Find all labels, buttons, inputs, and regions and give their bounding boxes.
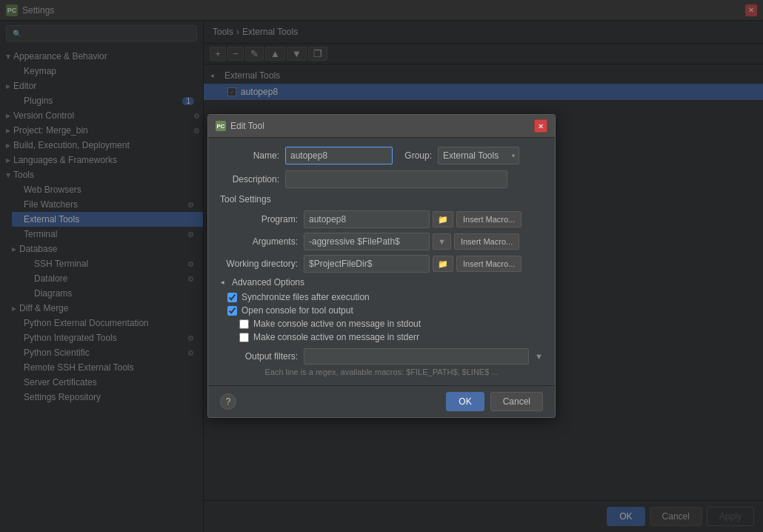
tool-settings-title: Tool Settings (220, 194, 543, 205)
help-button[interactable]: ? (220, 393, 236, 410)
advanced-expand-arrow: ▼ (219, 279, 226, 285)
dialog-title-bar: PC Edit Tool ✕ (208, 115, 555, 138)
make-active-stdout-checkbox[interactable] (239, 319, 249, 329)
arguments-input-group: ▼ Insert Macro... (304, 233, 519, 250)
program-folder-button[interactable]: 📁 (433, 211, 453, 227)
program-row: Program: 📁 Insert Macro... (220, 210, 543, 228)
make-active-stderr-checkbox[interactable] (239, 333, 249, 342)
working-dir-input-group: 📁 Insert Macro... (304, 255, 522, 273)
group-select-wrapper: External Tools ▼ (438, 147, 519, 164)
arguments-arrow-button[interactable]: ▼ (433, 233, 451, 250)
sync-files-label: Synchronize files after execution (241, 292, 370, 302)
advanced-section: ▼ Advanced Options Synchronize files aft… (220, 277, 543, 376)
modal-overlay: PC Edit Tool ✕ Name: Group: External Too… (0, 0, 763, 532)
output-filters-row: Output filters: ▼ (220, 348, 543, 365)
program-input-group: 📁 Insert Macro... (304, 210, 522, 228)
open-console-row: Open console for tool output (220, 305, 543, 316)
arguments-macro-button[interactable]: Insert Macro... (454, 233, 519, 250)
output-filters-label: Output filters: (220, 351, 298, 362)
group-label: Group: (399, 150, 432, 161)
program-input[interactable] (304, 210, 430, 228)
sync-files-row: Synchronize files after execution (220, 292, 543, 302)
dialog-icon: PC (216, 121, 226, 131)
description-label: Description: (220, 174, 279, 184)
working-dir-input[interactable] (304, 255, 430, 273)
hint-text: Each line is a regex, available macros: … (220, 368, 543, 376)
name-group-row: Name: Group: External Tools ▼ (220, 147, 543, 164)
open-console-label: Open console for tool output (241, 305, 353, 316)
working-dir-label: Working directory: (220, 259, 298, 269)
make-active-stderr-label: Make console active on message in stderr (253, 332, 419, 342)
dialog-title: Edit Tool (230, 121, 264, 131)
program-label: Program: (220, 214, 298, 225)
dialog-body: Name: Group: External Tools ▼ Descriptio… (208, 138, 555, 385)
dialog-close-button[interactable]: ✕ (534, 119, 547, 133)
working-dir-macro-button[interactable]: Insert Macro... (456, 256, 522, 272)
arguments-row: Arguments: ▼ Insert Macro... (220, 233, 543, 250)
name-label: Name: (220, 150, 279, 161)
edit-tool-dialog: PC Edit Tool ✕ Name: Group: External Too… (207, 114, 556, 418)
advanced-header[interactable]: ▼ Advanced Options (220, 277, 543, 287)
output-filters-button[interactable]: ▼ (535, 352, 543, 361)
arguments-label: Arguments: (220, 236, 298, 247)
make-active-stderr-row: Make console active on message in stderr (220, 332, 543, 342)
open-console-checkbox[interactable] (227, 306, 237, 316)
description-row: Description: (220, 170, 543, 188)
group-select[interactable]: External Tools (438, 147, 519, 164)
settings-window: PC Settings ✕ 🔍 ▶ Appearance & Behavior … (0, 0, 763, 532)
make-active-stdout-label: Make console active on message in stdout (253, 319, 421, 329)
dialog-ok-button[interactable]: OK (446, 392, 484, 411)
name-input[interactable] (285, 147, 393, 164)
program-macro-button[interactable]: Insert Macro... (456, 211, 522, 227)
description-input[interactable] (285, 170, 507, 188)
advanced-title: Advanced Options (232, 277, 304, 287)
working-dir-folder-button[interactable]: 📁 (433, 256, 453, 272)
dialog-footer: ? OK Cancel (208, 385, 555, 417)
working-dir-row: Working directory: 📁 Insert Macro... (220, 255, 543, 273)
output-filters-input[interactable] (304, 348, 529, 365)
sync-files-checkbox[interactable] (227, 293, 237, 302)
make-active-stdout-row: Make console active on message in stdout (220, 319, 543, 329)
dialog-cancel-button[interactable]: Cancel (490, 392, 543, 411)
arguments-input[interactable] (304, 233, 430, 250)
